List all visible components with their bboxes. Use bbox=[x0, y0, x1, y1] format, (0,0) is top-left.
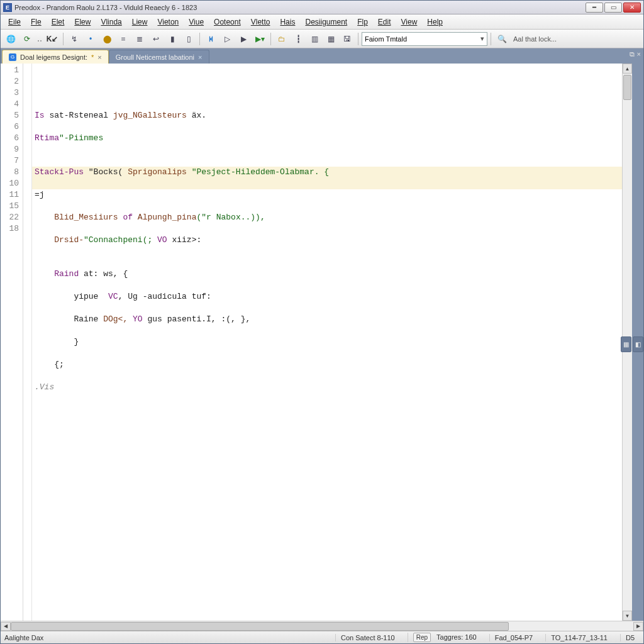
menu-ooteont[interactable]: Ooteont bbox=[209, 16, 246, 28]
toolbar-separator bbox=[270, 33, 271, 45]
status-field-3: D5 bbox=[620, 634, 640, 641]
save-icon[interactable]: 🖫 bbox=[340, 31, 355, 47]
status-field-1: Fad_054-P7 bbox=[489, 634, 538, 641]
fast-play-icon[interactable]: ▶ bbox=[236, 31, 251, 47]
list-icon[interactable]: ≣ bbox=[132, 31, 147, 47]
maximize-button[interactable]: ▭ bbox=[604, 3, 622, 13]
tabbar-close-all-icon[interactable]: × bbox=[637, 50, 641, 58]
marker-icon[interactable]: ┇ bbox=[291, 31, 306, 47]
scroll-thumb[interactable] bbox=[623, 75, 631, 100]
dot-blue-icon[interactable]: • bbox=[83, 31, 98, 47]
statusbar: Aalighte Dax Con Satect 8-110 Rep Taggre… bbox=[1, 631, 643, 643]
skip-back-icon[interactable]: Ⳮ bbox=[203, 31, 218, 47]
hscroll-thumb[interactable] bbox=[11, 622, 509, 631]
menu-edit[interactable]: Edit bbox=[373, 16, 396, 28]
line-number: 6 bbox=[2, 121, 19, 133]
line-number: 11 bbox=[2, 189, 19, 201]
line-gutter: 1 2 3 4 5 6 6 9 7 8 10 11 15 22 18 bbox=[1, 64, 23, 621]
folder-icon[interactable]: 🗀 bbox=[274, 31, 289, 47]
play-icon[interactable]: ▷ bbox=[219, 31, 235, 47]
scroll-right-icon[interactable]: ▶ bbox=[633, 622, 643, 631]
editor-area: 1 2 3 4 5 6 6 9 7 8 10 11 15 22 18 Is sa… bbox=[1, 64, 643, 621]
menu-help[interactable]: Help bbox=[422, 16, 448, 28]
scroll-up-icon[interactable]: ▲ bbox=[623, 64, 632, 74]
hscroll-track[interactable] bbox=[11, 622, 633, 631]
globe-icon[interactable]: 🌐 bbox=[3, 31, 18, 47]
line-number: 9 bbox=[2, 144, 19, 155]
config-combo-text: Faiom Tmtald bbox=[365, 35, 407, 43]
line-number: 15 bbox=[2, 201, 19, 212]
line-number: 5 bbox=[2, 110, 19, 121]
tab-close-icon[interactable]: × bbox=[198, 53, 202, 61]
toggle-dot-icon[interactable]: ⬤ bbox=[99, 31, 114, 47]
equals-icon[interactable]: = bbox=[116, 31, 131, 47]
menu-eile[interactable]: Eile bbox=[3, 16, 26, 28]
menu-liew[interactable]: Liew bbox=[127, 16, 153, 28]
menu-vlinda[interactable]: Vlinda bbox=[96, 16, 126, 28]
tab-label: Groull Neticemst labationi bbox=[116, 53, 194, 61]
line-number: 3 bbox=[2, 87, 19, 99]
menu-viue[interactable]: Viue bbox=[184, 16, 209, 28]
menu-view[interactable]: View bbox=[396, 16, 423, 28]
app-window: E Preodox - Prandom Raolu 2.L173 - Vidul… bbox=[0, 0, 644, 644]
search-icon[interactable]: 🔍 bbox=[494, 31, 509, 47]
tabbar-split-icon[interactable]: ⧉ bbox=[630, 50, 635, 58]
right-toolwindow-bar: ◧ ▦ bbox=[632, 64, 643, 621]
toolbar-separator bbox=[199, 33, 200, 45]
status-selection: Con Satect 8-110 bbox=[335, 634, 400, 641]
toolbar-right-label[interactable]: Aal that lock... bbox=[511, 35, 559, 43]
titlebar: E Preodox - Prandom Raolu 2.L173 - Vidul… bbox=[1, 1, 643, 14]
tab-close-icon[interactable]: × bbox=[97, 53, 101, 61]
window-title: Preodox - Prandom Raolu 2.L173 - Viduld … bbox=[14, 4, 586, 11]
status-rep-button[interactable]: Rep bbox=[413, 633, 431, 642]
panel4-icon[interactable]: ▦ bbox=[323, 31, 338, 47]
doc-icon: G bbox=[9, 53, 16, 61]
tab-groull-neticemst[interactable]: Groull Neticemst labationi × bbox=[109, 50, 209, 64]
menu-desiigument[interactable]: Desiigument bbox=[300, 16, 352, 28]
menu-vieton[interactable]: Vieton bbox=[152, 16, 184, 28]
document-tabbar: G Doal leigems Designt: * × Groull Netic… bbox=[1, 48, 643, 64]
menu-fle[interactable]: Fle bbox=[26, 16, 47, 28]
horizontal-scrollbar[interactable]: ◀ ▶ bbox=[1, 621, 643, 631]
menubar: Eile Fle Elet Elew Vlinda Liew Vieton Vi… bbox=[1, 14, 643, 30]
code-editor[interactable]: Is sat-Rsteneal jvg_NGallsteurs äx. Rtim… bbox=[32, 64, 622, 621]
nav-step-icon[interactable]: ↯ bbox=[67, 31, 82, 47]
line-number: 2 bbox=[2, 76, 19, 87]
line-number: 7 bbox=[2, 155, 19, 167]
fold-strip[interactable] bbox=[23, 64, 32, 621]
line-number: 10 bbox=[2, 178, 19, 189]
menu-elew[interactable]: Elew bbox=[69, 16, 96, 28]
tab-doal-leigems[interactable]: G Doal leigems Designt: * × bbox=[2, 50, 109, 64]
tab-label: Doal leigems Designt: bbox=[20, 53, 87, 61]
scroll-left-icon[interactable]: ◀ bbox=[1, 622, 11, 631]
status-tag: Taggres: 160 bbox=[433, 633, 477, 641]
scroll-down-icon[interactable]: ▼ bbox=[623, 611, 632, 621]
close-button[interactable]: ✕ bbox=[623, 3, 641, 13]
menu-vletto[interactable]: Vletto bbox=[246, 16, 275, 28]
tabbar-right-controls: ⧉ × bbox=[630, 50, 641, 58]
status-rep-group: Rep Taggres: 160 bbox=[408, 633, 482, 642]
line-number: 4 bbox=[2, 99, 19, 110]
menu-flp[interactable]: Flp bbox=[352, 16, 373, 28]
app-icon: E bbox=[3, 3, 12, 12]
config-play-icon[interactable]: ▶▾ bbox=[252, 31, 267, 47]
bookmark-icon[interactable]: ↩ bbox=[148, 31, 164, 47]
refresh-icon[interactable]: ⟳ bbox=[19, 31, 35, 47]
toolbar-separator bbox=[491, 33, 491, 45]
config-combo[interactable]: Faiom Tmtald ▾ bbox=[362, 32, 487, 46]
line-number: 18 bbox=[2, 223, 19, 235]
toolbar-separator bbox=[358, 33, 358, 45]
menu-hais[interactable]: Hais bbox=[275, 16, 300, 28]
menu-elet[interactable]: Elet bbox=[47, 16, 70, 28]
minimize-button[interactable]: ━ bbox=[586, 3, 603, 13]
line-number: 8 bbox=[2, 167, 19, 178]
side-tool-1[interactable]: ◧ bbox=[633, 336, 643, 352]
vertical-scrollbar[interactable]: ▲ ▼ bbox=[622, 64, 632, 621]
panel1-icon[interactable]: ▮ bbox=[165, 31, 180, 47]
line-number: 6 bbox=[2, 133, 19, 144]
window-buttons: ━ ▭ ✕ bbox=[586, 3, 641, 13]
scroll-track[interactable] bbox=[623, 74, 632, 611]
panel2-icon[interactable]: ▯ bbox=[181, 31, 196, 47]
panel3-icon[interactable]: ▥ bbox=[307, 31, 322, 47]
nav-k-icon[interactable]: K↙ bbox=[45, 31, 60, 47]
